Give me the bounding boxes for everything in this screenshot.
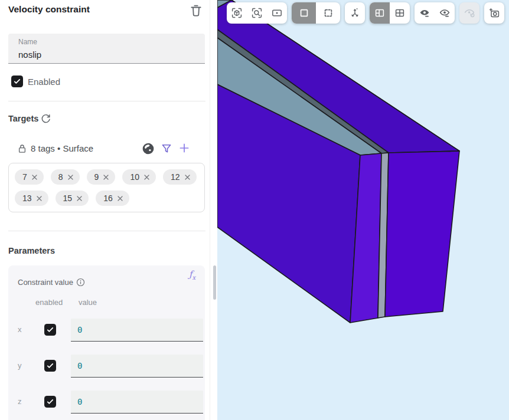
checkmark-icon bbox=[46, 326, 54, 334]
tag-pill: 15 bbox=[56, 191, 89, 206]
constraint-value-label: Constraint value bbox=[18, 278, 85, 287]
scene-canvas[interactable] bbox=[217, 0, 509, 420]
panel-scrollbar-thumb[interactable] bbox=[213, 265, 216, 300]
tags-summary: 8 tags • Surface bbox=[31, 143, 93, 153]
split-view-button[interactable] bbox=[370, 2, 390, 24]
constraint-panel: Velocity constraint Name Enabled Targets bbox=[0, 0, 210, 420]
reset-visibility-eye-icon bbox=[464, 7, 475, 19]
app-window: Velocity constraint Name Enabled Targets bbox=[0, 0, 509, 420]
grid-view-button[interactable] bbox=[390, 2, 410, 24]
tag-pill: 12 bbox=[163, 169, 197, 185]
enabled-column-header: enabled bbox=[35, 298, 63, 307]
split-view-icon bbox=[374, 7, 386, 19]
page-title: Velocity constraint bbox=[8, 4, 90, 15]
param-value-input[interactable] bbox=[71, 319, 203, 341]
tag-pill: 7 bbox=[15, 169, 44, 185]
param-value-input[interactable] bbox=[71, 355, 203, 377]
checkmark-icon bbox=[46, 362, 54, 370]
enabled-checkbox[interactable] bbox=[11, 76, 23, 87]
tag-label: 10 bbox=[130, 172, 139, 182]
axes-triad-icon bbox=[349, 7, 361, 19]
parameters-heading: Parameters bbox=[8, 246, 55, 255]
targets-heading: Targets bbox=[8, 114, 38, 123]
toolbar-group bbox=[415, 2, 455, 24]
expression-fx-button[interactable]: ƒx bbox=[189, 269, 195, 281]
remove-tag-icon[interactable] bbox=[76, 195, 83, 202]
tag-pill: 8 bbox=[51, 169, 80, 185]
remove-tag-icon[interactable] bbox=[143, 174, 150, 181]
show-selected-eye-icon bbox=[439, 7, 451, 19]
tag-label: 9 bbox=[94, 172, 99, 182]
param-enabled-checkbox[interactable] bbox=[44, 324, 56, 336]
box-select-solid-icon bbox=[298, 7, 310, 19]
tag-label: 8 bbox=[58, 172, 63, 182]
filter-tags-button[interactable] bbox=[161, 143, 172, 155]
fit-view-icon bbox=[231, 7, 243, 19]
param-enabled-checkbox[interactable] bbox=[44, 360, 56, 372]
param-rows: xyz bbox=[8, 319, 205, 420]
toolbar-group bbox=[345, 2, 365, 24]
viewport-toolbar bbox=[227, 2, 504, 24]
trash-icon bbox=[189, 4, 203, 18]
delete-constraint-button[interactable] bbox=[189, 4, 203, 18]
remove-tag-icon[interactable] bbox=[117, 195, 123, 202]
remove-tag-icon[interactable] bbox=[31, 174, 38, 181]
box-select-dashed-button[interactable] bbox=[316, 2, 340, 24]
tags-container: 7891012131516 bbox=[8, 163, 205, 212]
add-tag-button[interactable] bbox=[178, 142, 190, 154]
param-row: x bbox=[8, 319, 205, 342]
plus-icon bbox=[178, 142, 190, 154]
remove-tag-icon[interactable] bbox=[67, 174, 74, 181]
fit-view-button[interactable] bbox=[227, 2, 247, 24]
enabled-label: Enabled bbox=[28, 77, 60, 87]
reset-visibility-eye-button bbox=[459, 2, 479, 24]
toolbar-group bbox=[459, 2, 479, 24]
box-select-dashed-icon bbox=[322, 7, 334, 19]
snapshot-camera-button[interactable] bbox=[484, 2, 504, 24]
box-select-solid-button[interactable] bbox=[292, 2, 316, 24]
toolbar-group bbox=[292, 2, 340, 24]
checkmark-icon bbox=[46, 398, 54, 406]
refresh-targets-button[interactable] bbox=[40, 113, 51, 124]
remove-tag-icon[interactable] bbox=[184, 174, 191, 181]
remove-tag-icon[interactable] bbox=[36, 195, 43, 202]
snapshot-camera-icon bbox=[488, 7, 500, 19]
lock-icon bbox=[18, 143, 27, 154]
param-value-input[interactable] bbox=[71, 391, 203, 413]
globe-icon bbox=[142, 142, 155, 155]
tag-label: 15 bbox=[63, 193, 73, 203]
filter-funnel-icon bbox=[161, 143, 172, 155]
param-value-field bbox=[71, 319, 203, 342]
sync-icon bbox=[40, 113, 51, 124]
name-input[interactable] bbox=[18, 48, 195, 61]
name-field-label: Name bbox=[18, 38, 37, 46]
center-view-button[interactable] bbox=[267, 2, 287, 24]
hide-selected-eye-icon bbox=[419, 7, 430, 19]
center-view-icon bbox=[271, 7, 283, 19]
tag-label: 16 bbox=[103, 193, 113, 203]
param-row: z bbox=[8, 391, 205, 414]
3d-viewport[interactable] bbox=[217, 0, 509, 420]
tag-pill: 16 bbox=[96, 191, 129, 206]
toolbar-group bbox=[227, 2, 287, 24]
param-enabled-checkbox[interactable] bbox=[44, 396, 56, 408]
axis-label: y bbox=[18, 361, 22, 370]
zoom-to-selection-icon bbox=[251, 7, 263, 19]
remove-tag-icon[interactable] bbox=[103, 174, 109, 181]
zoom-to-selection-button[interactable] bbox=[247, 2, 267, 24]
constraint-value-text: Constraint value bbox=[18, 278, 73, 287]
toolbar-group bbox=[370, 2, 410, 24]
info-icon[interactable] bbox=[76, 278, 85, 287]
axes-triad-button[interactable] bbox=[345, 2, 365, 24]
name-field[interactable]: Name bbox=[8, 34, 205, 64]
hide-selected-eye-button[interactable] bbox=[415, 2, 435, 24]
tag-pill: 13 bbox=[15, 191, 48, 206]
param-value-field bbox=[71, 355, 203, 378]
show-selected-eye-button[interactable] bbox=[435, 2, 455, 24]
tag-pill: 10 bbox=[122, 169, 156, 185]
checkmark-icon bbox=[13, 77, 21, 86]
tag-pill: 9 bbox=[87, 169, 116, 185]
param-row: y bbox=[8, 355, 205, 378]
global-scope-button[interactable] bbox=[142, 142, 155, 155]
axis-label: z bbox=[18, 397, 22, 406]
